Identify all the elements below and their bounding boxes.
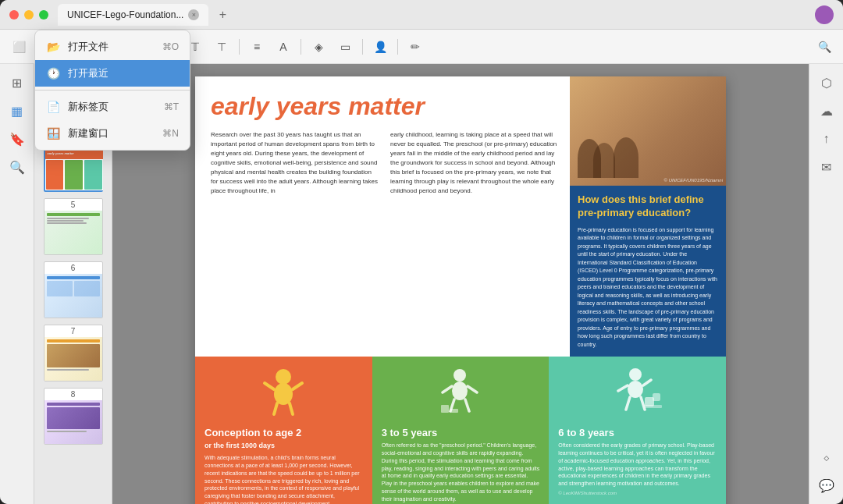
thumbnail-page-6[interactable]: 6: [44, 261, 103, 318]
new-tab-icon: 📄: [46, 101, 60, 113]
right-sidebar-icon-4[interactable]: ✉: [814, 154, 839, 179]
minimize-button[interactable]: [24, 10, 34, 20]
page-8-label: 8: [44, 389, 102, 400]
toolbar-sep-6: [397, 39, 398, 55]
doc-right-panel: © UNICEF/UN0195/Nziamni How does this br…: [570, 76, 726, 357]
child-blocks-icon: [612, 366, 663, 421]
thumbnail-page-8[interactable]: 8: [44, 388, 103, 445]
card-3-icon-area: [558, 366, 717, 421]
card-2-title: 3 to 5 years: [382, 427, 540, 438]
right-box-title: How does this brief define pre-primary e…: [578, 193, 718, 220]
sidebar-pages-icon[interactable]: ⊞: [5, 70, 30, 95]
svg-line-3: [293, 383, 302, 389]
right-sidebar-icon-1[interactable]: ⬡: [814, 70, 839, 95]
dropdown-new-window[interactable]: 🪟 新建窗口 ⌘N: [35, 120, 190, 147]
right-sidebar-icon-3[interactable]: ↑: [814, 126, 839, 151]
toolbar-sep-5: [362, 39, 363, 55]
titlebar-right: [815, 5, 834, 24]
svg-line-8: [443, 386, 452, 392]
sidebar-search-icon[interactable]: 🔍: [5, 154, 30, 179]
svg-line-19: [641, 397, 645, 410]
doc-photo: © UNICEF/UN0195/Nziamni: [570, 76, 726, 186]
dropdown-open-file[interactable]: 📂 打开文件 ⌘O: [35, 34, 190, 60]
svg-rect-12: [441, 405, 449, 413]
tab-label: UNICEF-Lego-Foundation...: [67, 9, 183, 20]
thumbnail-page-7[interactable]: 7: [44, 325, 103, 382]
child-play-icon: [435, 366, 486, 421]
dropdown-overlay: 📂 打开文件 ⌘O 🕐 打开最近 📄 新标签页 ⌘T 🪟 新建窗口 ⌘N: [34, 30, 190, 151]
svg-point-7: [452, 382, 468, 400]
new-window-icon: 🪟: [46, 127, 60, 140]
dropdown-new-tab[interactable]: 📄 新标签页 ⌘T: [35, 94, 190, 120]
thumb-8-inner: [44, 400, 102, 444]
thumb-5-inner: [44, 211, 102, 254]
thumb-7-inner: [44, 337, 102, 381]
new-tab-label: 新标签页: [68, 100, 156, 114]
card-1-title: Conception to age 2: [205, 427, 363, 438]
card-2-icon-area: [382, 366, 540, 421]
toolbar-sep-3: [239, 39, 240, 55]
new-window-label: 新建窗口: [68, 126, 155, 140]
svg-point-6: [454, 369, 466, 382]
svg-line-5: [290, 403, 293, 414]
tab-close-button[interactable]: ×: [188, 9, 199, 20]
svg-line-18: [626, 397, 630, 410]
toolbar-doc-icon[interactable]: ⬜: [8, 36, 30, 58]
open-recent-icon: 🕐: [46, 67, 60, 80]
new-tab-shortcut: ⌘T: [164, 101, 179, 112]
icon-sidebar: ⊞ ▦ 🔖 🔍: [0, 64, 34, 504]
toolbar-text-size-icon[interactable]: A: [272, 36, 294, 58]
active-tab[interactable]: UNICEF-Lego-Foundation... ×: [58, 4, 208, 26]
right-sidebar-icon-2[interactable]: ☁: [814, 98, 839, 123]
card-3-credit: © LeoKIM/Shutterstock.com: [558, 491, 717, 495]
thumbnail-page-5[interactable]: 5: [44, 198, 103, 255]
dropdown-separator-1: [35, 90, 190, 91]
titlebar: UNICEF-Lego-Foundation... × +: [0, 0, 843, 30]
photo-credit: © UNICEF/UN0195/Nziamni: [664, 178, 723, 183]
toolbar-user-icon[interactable]: 👤: [369, 36, 391, 58]
toolbar-align-icon[interactable]: ≡: [246, 36, 268, 58]
user-avatar[interactable]: [815, 5, 834, 24]
search-icon[interactable]: 🔍: [813, 36, 835, 58]
card-1-icon-area: [205, 366, 363, 421]
document-page: early years matter Research over the pas…: [195, 76, 726, 504]
doc-top-section: early years matter Research over the pas…: [195, 76, 726, 357]
new-tab-button[interactable]: +: [212, 4, 233, 26]
toolbar-right: 🔍: [813, 36, 835, 58]
svg-rect-22: [645, 405, 662, 408]
right-sidebar-icon-6[interactable]: 💬: [814, 473, 839, 498]
right-blue-box: How does this brief define pre-primary e…: [570, 186, 726, 357]
dropdown-menu: 📂 打开文件 ⌘O 🕐 打开最近 📄 新标签页 ⌘T 🪟 新建窗口 ⌘N: [34, 30, 190, 151]
document-area: early years matter Research over the pas…: [112, 64, 809, 504]
card-1-body: With adequate stimulation, a child's bra…: [205, 454, 363, 504]
toolbar-shape-icon[interactable]: ▭: [334, 36, 356, 58]
page-7-label: 7: [44, 325, 102, 337]
svg-line-2: [265, 383, 274, 389]
sidebar-thumbnails-icon[interactable]: ▦: [5, 98, 30, 123]
svg-line-17: [643, 380, 651, 385]
svg-point-15: [628, 381, 643, 398]
doc-two-col: Research over the past 30 years has taug…: [211, 130, 557, 196]
svg-point-1: [274, 383, 293, 405]
page-6-label: 6: [44, 262, 102, 274]
close-button[interactable]: [9, 10, 19, 20]
right-sidebar-icon-5[interactable]: ⬦: [814, 445, 839, 470]
toolbar-text-alt-icon[interactable]: ⊤: [211, 36, 233, 58]
doc-main-content: early years matter Research over the pas…: [195, 76, 570, 357]
maximize-button[interactable]: [39, 10, 48, 20]
toolbar-color-icon[interactable]: ◈: [308, 36, 329, 58]
toolbar-draw-icon[interactable]: ✏: [404, 36, 426, 58]
card-primary: 6 to 8 years Often considered the early …: [549, 357, 726, 504]
toolbar-sep-4: [301, 39, 301, 55]
right-box-body: Pre-primary education is focused on supp…: [578, 226, 718, 350]
open-file-icon: 📂: [46, 41, 60, 53]
svg-line-16: [618, 385, 628, 391]
sidebar-bookmarks-icon[interactable]: 🔖: [5, 126, 30, 151]
open-file-label: 打开文件: [68, 40, 155, 54]
doc-left-col: Research over the past 30 years has taug…: [211, 130, 378, 196]
dropdown-open-recent[interactable]: 🕐 打开最近: [35, 60, 190, 87]
card-preschool: 3 to 5 years Often referred to as the "p…: [372, 357, 550, 504]
tab-bar: UNICEF-Lego-Foundation... × +: [58, 4, 815, 26]
card-3-title: 6 to 8 years: [558, 427, 717, 438]
svg-line-4: [274, 403, 277, 414]
